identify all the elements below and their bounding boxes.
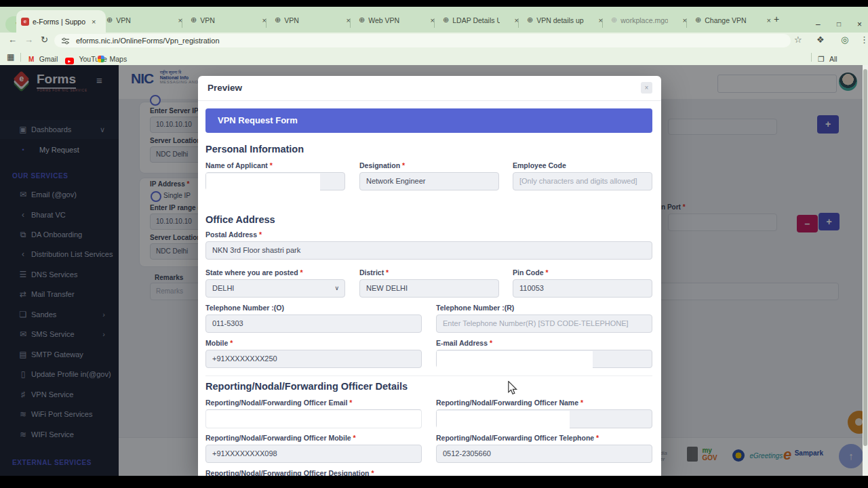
modal-title: Preview — [208, 83, 242, 93]
tab-separator — [434, 18, 435, 28]
district-input[interactable]: NEW DELHI — [359, 279, 499, 298]
window-maximize-button[interactable]: □ — [837, 20, 841, 28]
pincode-input[interactable]: 110053 — [513, 279, 652, 298]
url-bar[interactable]: eforms.nic.in/OnlineForms/Vpn_registrati… — [54, 34, 791, 47]
bookmark-maps[interactable]: Maps — [98, 52, 127, 64]
globe-favicon: ⊕ — [359, 16, 365, 24]
tab-title: e-Forms | Support,Co — [33, 18, 85, 26]
telephone-r-label: Telephone Number :(R) — [436, 304, 514, 312]
window-minimize-button[interactable]: – — [816, 20, 821, 29]
bottom-letterbox — [0, 476, 868, 488]
menu-dots-icon[interactable]: ⋮ — [860, 35, 868, 45]
telephone-o-input[interactable]: 011-5303 — [205, 314, 422, 333]
tab-title: workplace.mgovclou — [620, 16, 668, 24]
district-label: District * — [359, 268, 389, 277]
bookmark-label: Gmail — [39, 55, 58, 63]
redaction-box — [206, 174, 320, 191]
state-label: State where you are posted * — [205, 268, 303, 277]
divider — [198, 100, 661, 101]
site-settings-icon[interactable] — [61, 37, 70, 45]
gmail-icon: M — [28, 56, 34, 63]
bookmarks-bar: ▦ M Gmail ▶ YouTube Maps ❐ All Bookmarks — [0, 49, 868, 66]
tab-workplace[interactable]: ⊕ workplace.mgovclou × — [606, 12, 692, 28]
form-banner: VPN Request Form — [205, 108, 652, 133]
officer-email-input[interactable] — [205, 409, 422, 428]
email-label: E-mail Address * — [436, 339, 492, 347]
globe-favicon: ⊕ — [527, 16, 533, 24]
preview-modal: Preview × VPN Request Form Personal Info… — [198, 76, 661, 476]
section-office-address: Office Address — [205, 214, 275, 225]
tab-vpn-2[interactable]: ⊕ VPN × — [186, 12, 271, 28]
bookmark-star-icon[interactable]: ☆ — [794, 35, 802, 45]
tab-title: VPN — [284, 16, 299, 24]
officer-email-label: Reporting/Nodal/Forwarding Officer Email… — [205, 399, 352, 407]
reload-icon[interactable]: ↻ — [41, 35, 48, 45]
pincode-label: Pin Code * — [513, 268, 549, 277]
tab-separator — [518, 18, 519, 28]
mobile-input[interactable]: +91XXXXXXXX250 — [205, 350, 422, 368]
tab-change-vpn[interactable]: ⊕ Change VPN × — [690, 12, 776, 28]
tab-title: VPN details updation — [536, 16, 584, 24]
divider — [20, 53, 21, 62]
tab-eforms[interactable]: e e-Forms | Support,Co × — [16, 10, 106, 33]
globe-favicon: ⊕ — [191, 16, 197, 24]
tab-ldap[interactable]: ⊕ LDAP Details Updatio × — [438, 12, 524, 28]
tab-strip: ∨ e e-Forms | Support,Co × ⊕ VPN × ⊕ VPN… — [0, 7, 868, 33]
tab-vpn-3[interactable]: ⊕ VPN × — [270, 12, 355, 28]
tab-separator — [686, 18, 687, 28]
section-reporting-officer: Reporting/Nodal/Forwarding Officer Detai… — [205, 381, 408, 392]
forward-icon[interactable]: → — [24, 35, 33, 45]
folder-icon: ❐ — [818, 55, 824, 63]
globe-favicon: ⊕ — [695, 16, 701, 24]
mobile-label: Mobile * — [205, 339, 233, 347]
tab-title: VPN — [116, 16, 131, 24]
window-close-button[interactable]: × — [857, 20, 862, 29]
profile-avatar-icon[interactable]: ◎ — [841, 35, 848, 45]
officer-mobile-input[interactable]: +91XXXXXXXX098 — [205, 445, 422, 463]
designation-input[interactable]: Network Engineer — [359, 172, 499, 190]
tab-close-icon[interactable]: × — [767, 16, 771, 24]
officer-telephone-input[interactable]: 0512-2305660 — [436, 445, 652, 463]
telephone-r-input[interactable]: Enter Telephone Number(R) [STD CODE-TELE… — [436, 314, 652, 333]
postal-address-input[interactable]: NKN 3rd Floor shastri park — [205, 241, 652, 260]
globe-favicon: ⊕ — [611, 16, 617, 24]
redaction-box — [437, 351, 593, 369]
tab-title: Change VPN — [705, 16, 746, 24]
extensions-icon[interactable]: ❖ — [816, 35, 825, 45]
state-select[interactable]: DELHI∨ — [205, 279, 345, 298]
globe-favicon: ⊕ — [275, 16, 281, 24]
globe-favicon: ⊕ — [443, 16, 449, 24]
new-tab-button[interactable]: + — [774, 14, 779, 24]
tab-title: VPN — [200, 16, 215, 24]
tab-title: Web VPN — [368, 16, 399, 24]
tab-separator — [266, 18, 267, 28]
tab-close-icon[interactable]: × — [92, 18, 96, 26]
youtube-icon: ▶ — [65, 58, 74, 64]
globe-favicon: ⊕ — [106, 16, 113, 24]
employee-code-input[interactable]: [Only characters and digits allowed] — [513, 172, 652, 190]
tab-web-vpn[interactable]: ⊕ Web VPN × — [354, 12, 439, 28]
divider — [205, 375, 652, 376]
tab-separator — [350, 18, 351, 28]
back-icon[interactable]: ← — [8, 35, 17, 45]
apps-grid-icon[interactable]: ▦ — [7, 52, 14, 62]
scrollbar-thumb[interactable] — [863, 69, 867, 446]
officer-designation-label: Reporting/Nodal/Forwarding Officer Desig… — [205, 469, 374, 476]
screen: ∨ e e-Forms | Support,Co × ⊕ VPN × ⊕ VPN… — [0, 0, 868, 488]
divider — [811, 53, 812, 62]
page-viewport: NIC राष्ट्रीय सूचना वि National Info MES… — [0, 65, 868, 476]
officer-telephone-label: Reporting/Nodal/Forwarding Officer Telep… — [436, 434, 599, 442]
top-letterbox — [0, 0, 868, 7]
tab-separator — [602, 18, 603, 28]
modal-close-icon[interactable]: × — [641, 82, 652, 94]
officer-name-label: Reporting/Nodal/Forwarding Officer Name … — [436, 399, 583, 407]
designation-label: Designation * — [359, 161, 405, 169]
tab-vpn-details[interactable]: ⊕ VPN details updation × — [522, 12, 608, 28]
tab-vpn-1[interactable]: ⊕ VPN × — [102, 12, 187, 28]
employee-code-label: Employee Code — [513, 161, 566, 169]
chevron-down-icon: ∨ — [334, 280, 339, 297]
officer-mobile-label: Reporting/Nodal/Forwarding Officer Mobil… — [205, 434, 356, 442]
redaction-box — [437, 411, 570, 430]
bookmark-gmail[interactable]: M Gmail — [28, 52, 58, 64]
bookmark-label: Maps — [109, 55, 127, 63]
